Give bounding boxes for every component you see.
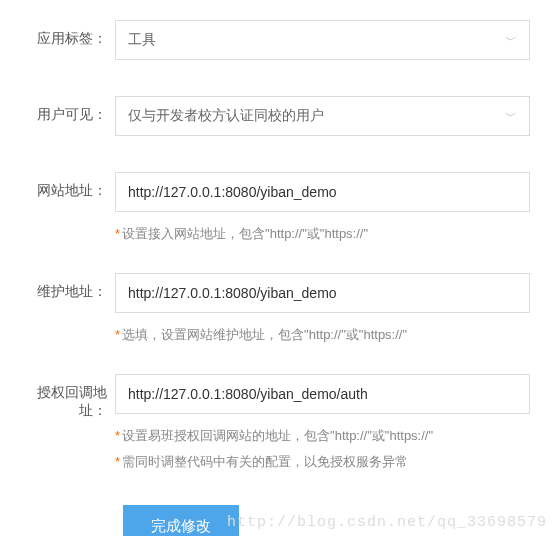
callback-url-hint1: *设置易班授权回调网站的地址，包含"http://"或"https://" [115,426,530,447]
maintain-url-hint: *选填，设置网站维护地址，包含"http://"或"https://" [115,325,530,346]
callback-url-hint2: *需同时调整代码中有关的配置，以免授权服务异常 [115,452,530,473]
user-visible-value: 仅与开发者校方认证同校的用户 [128,107,324,125]
user-visible-label: 用户可见： [10,96,115,136]
chevron-down-icon: ﹀ [505,108,517,125]
maintain-url-label: 维护地址： [10,273,115,346]
watermark-text: http://blog.csdn.net/qq_33698579 [227,514,547,531]
callback-url-input[interactable] [115,374,530,414]
site-url-hint: *设置接入网站地址，包含"http://"或"https://" [115,224,530,245]
user-visible-select[interactable]: 仅与开发者校方认证同校的用户 ﹀ [115,96,530,136]
maintain-url-input[interactable] [115,273,530,313]
site-url-label: 网站地址： [10,172,115,245]
app-tag-value: 工具 [128,31,156,49]
submit-button[interactable]: 完成修改 [123,505,239,536]
site-url-input[interactable] [115,172,530,212]
app-tag-select[interactable]: 工具 ﹀ [115,20,530,60]
chevron-down-icon: ﹀ [505,32,517,49]
callback-url-label: 授权回调地址： [10,374,115,474]
app-tag-label: 应用标签： [10,20,115,60]
